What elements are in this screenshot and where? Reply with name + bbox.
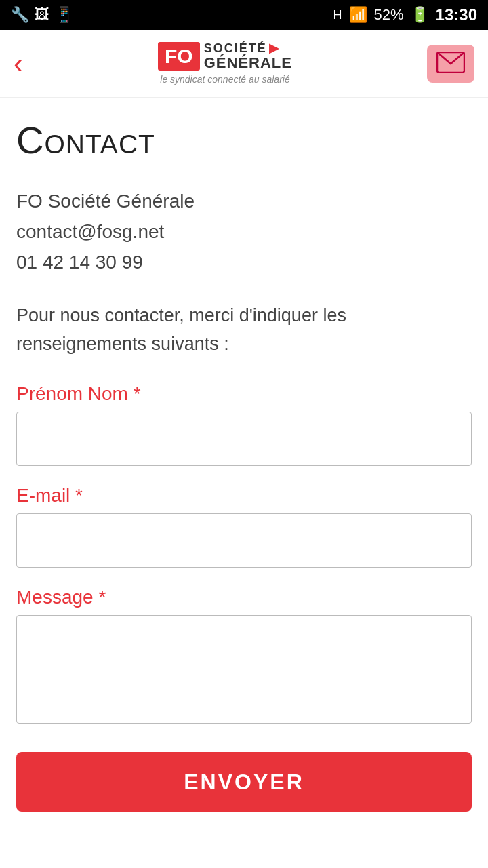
wrench-icon: 🔧 xyxy=(11,6,29,24)
contact-info: FO Société Générale contact@fosg.net 01 … xyxy=(16,186,472,277)
clock: 13:30 xyxy=(436,5,477,24)
logo-main: FO SOCIÉTÉ ▶ GÉNÉRALE xyxy=(158,42,292,72)
logo-generale-text: GÉNÉRALE xyxy=(204,55,292,71)
message-field-group: Message * xyxy=(16,587,472,726)
back-button[interactable]: ‹ xyxy=(14,50,23,78)
email-field-group: E-mail * xyxy=(16,485,472,568)
nav-bar: ‹ FO SOCIÉTÉ ▶ GÉNÉRALE le syndicat conn… xyxy=(0,30,488,98)
h-indicator: H xyxy=(333,8,342,22)
phone-icon: 📱 xyxy=(55,6,73,24)
logo-tagline: le syndicat connecté au salarié xyxy=(160,74,289,85)
image-icon: 🖼 xyxy=(35,6,49,24)
signal-icon: 📶 xyxy=(349,6,367,24)
status-bar: 🔧 🖼 📱 H 📶 52% 🔋 13:30 xyxy=(0,0,488,30)
main-content: Contact FO Société Générale contact@fosg… xyxy=(0,98,488,839)
name-label: Prénom Nom * xyxy=(16,383,472,405)
message-input[interactable] xyxy=(16,615,472,724)
submit-button[interactable]: ENVOYER xyxy=(16,752,472,812)
email-input[interactable] xyxy=(16,513,472,568)
contact-phone: 01 42 14 30 99 xyxy=(16,248,472,278)
app-logo: FO SOCIÉTÉ ▶ GÉNÉRALE le syndicat connec… xyxy=(158,42,292,85)
logo-fo-text: FO xyxy=(158,42,200,71)
org-name: FO Société Générale xyxy=(16,186,472,217)
message-label: Message * xyxy=(16,587,472,608)
status-bar-right: H 📶 52% 🔋 13:30 xyxy=(333,5,477,24)
email-label: E-mail * xyxy=(16,485,472,507)
battery-percent: 52% xyxy=(374,6,404,24)
status-bar-left: 🔧 🖼 📱 xyxy=(11,6,73,24)
battery-icon: 🔋 xyxy=(411,6,429,24)
page-title: Contact xyxy=(16,118,472,162)
mail-icon xyxy=(436,52,465,73)
contact-email: contact@fosg.net xyxy=(16,217,472,248)
logo-societe-text: SOCIÉTÉ ▶ xyxy=(204,42,292,56)
logo-societe-block: SOCIÉTÉ ▶ GÉNÉRALE xyxy=(204,42,292,72)
contact-description: Pour nous contacter, merci d'indiquer le… xyxy=(16,302,472,359)
mail-button[interactable] xyxy=(427,45,474,83)
name-field-group: Prénom Nom * xyxy=(16,383,472,466)
logo-triangle: ▶ xyxy=(269,41,280,55)
name-input[interactable] xyxy=(16,412,472,466)
